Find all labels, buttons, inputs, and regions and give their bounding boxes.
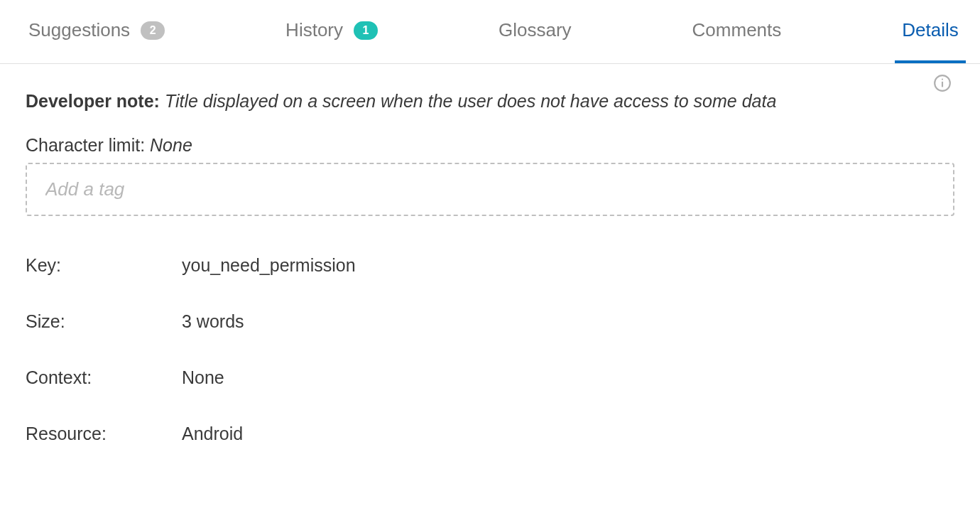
tab-suggestions-label: Suggestions (28, 19, 130, 41)
tab-suggestions[interactable]: Suggestions 2 (21, 0, 172, 63)
character-limit-label: Character limit: (26, 135, 150, 155)
meta-context-label: Context: (26, 367, 182, 388)
tab-history-label: History (285, 19, 343, 41)
meta-resource-label: Resource: (26, 424, 182, 444)
developer-note-label: Developer note: (26, 91, 160, 111)
tab-comments-label: Comments (692, 19, 782, 41)
tab-comments[interactable]: Comments (685, 0, 789, 63)
tab-glossary[interactable]: Glossary (491, 0, 579, 63)
meta-key-value: you_need_permission (182, 255, 954, 276)
character-limit-value: None (150, 135, 192, 155)
meta-size-label: Size: (26, 311, 182, 332)
tab-details-label: Details (902, 19, 958, 41)
character-limit: Character limit: None (26, 135, 954, 156)
tab-bar: Suggestions 2 History 1 Glossary Comment… (0, 0, 980, 64)
meta-size-value: 3 words (182, 311, 954, 332)
tab-history[interactable]: History 1 (278, 0, 385, 63)
meta-resource-value: Android (182, 424, 954, 444)
svg-point-2 (942, 79, 943, 80)
tag-input[interactable] (45, 178, 935, 200)
tab-history-badge: 1 (354, 21, 378, 40)
tab-details[interactable]: Details (895, 0, 965, 63)
tag-container[interactable] (26, 163, 954, 216)
meta-context-value: None (182, 367, 954, 388)
developer-note: Developer note: Title displayed on a scr… (26, 89, 954, 114)
tab-glossary-label: Glossary (499, 19, 572, 41)
metadata-grid: Key: you_need_permission Size: 3 words C… (26, 255, 954, 444)
info-icon[interactable] (933, 74, 952, 92)
tab-suggestions-badge: 2 (141, 21, 165, 40)
meta-key-label: Key: (26, 255, 182, 276)
details-panel: Developer note: Title displayed on a scr… (0, 64, 980, 473)
developer-note-text: Title displayed on a screen when the use… (165, 91, 776, 111)
